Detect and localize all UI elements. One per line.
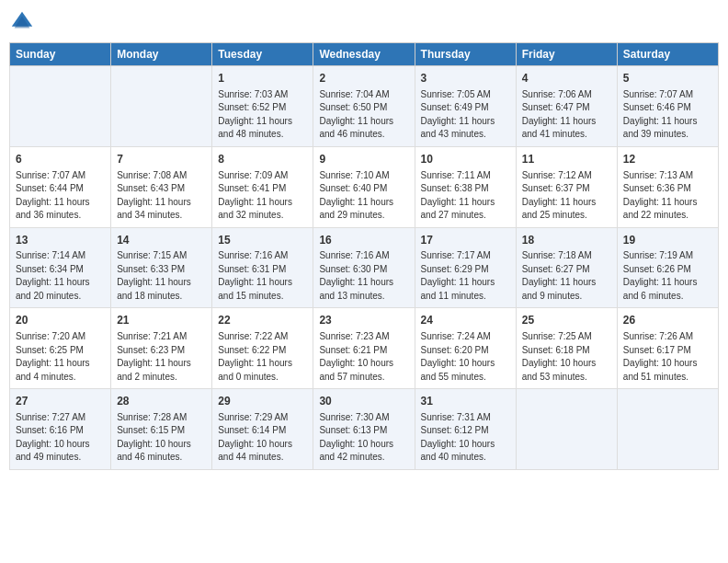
calendar-day-cell: 25Sunrise: 7:25 AM Sunset: 6:18 PM Dayli… — [516, 308, 617, 389]
day-number: 4 — [522, 71, 611, 86]
day-number: 20 — [16, 313, 105, 328]
day-info: Sunrise: 7:04 AM Sunset: 6:50 PM Dayligh… — [319, 88, 408, 142]
day-info: Sunrise: 7:21 AM Sunset: 6:23 PM Dayligh… — [117, 330, 206, 384]
day-number: 8 — [218, 152, 307, 167]
day-info: Sunrise: 7:06 AM Sunset: 6:47 PM Dayligh… — [522, 88, 611, 142]
day-info: Sunrise: 7:20 AM Sunset: 6:25 PM Dayligh… — [16, 330, 105, 384]
day-number: 7 — [117, 152, 206, 167]
calendar-day-cell — [516, 389, 617, 470]
day-info: Sunrise: 7:08 AM Sunset: 6:43 PM Dayligh… — [117, 169, 206, 223]
day-info: Sunrise: 7:07 AM Sunset: 6:46 PM Dayligh… — [623, 88, 712, 142]
calendar-day-cell: 22Sunrise: 7:22 AM Sunset: 6:22 PM Dayli… — [212, 308, 313, 389]
calendar-day-cell: 17Sunrise: 7:17 AM Sunset: 6:29 PM Dayli… — [415, 227, 516, 308]
day-info: Sunrise: 7:25 AM Sunset: 6:18 PM Dayligh… — [522, 330, 611, 384]
calendar-header-row: SundayMondayTuesdayWednesdayThursdayFrid… — [10, 43, 719, 66]
day-number: 12 — [623, 152, 712, 167]
day-number: 2 — [319, 71, 408, 86]
day-number: 30 — [319, 394, 408, 409]
calendar-day-cell: 4Sunrise: 7:06 AM Sunset: 6:47 PM Daylig… — [516, 66, 617, 147]
calendar-week-row: 1Sunrise: 7:03 AM Sunset: 6:52 PM Daylig… — [10, 66, 719, 147]
calendar-day-cell: 10Sunrise: 7:11 AM Sunset: 6:38 PM Dayli… — [415, 146, 516, 227]
day-info: Sunrise: 7:22 AM Sunset: 6:22 PM Dayligh… — [218, 330, 307, 384]
calendar-day-cell: 26Sunrise: 7:26 AM Sunset: 6:17 PM Dayli… — [617, 308, 718, 389]
day-of-week-header: Friday — [516, 43, 617, 66]
day-info: Sunrise: 7:13 AM Sunset: 6:36 PM Dayligh… — [623, 169, 712, 223]
day-info: Sunrise: 7:24 AM Sunset: 6:20 PM Dayligh… — [421, 330, 510, 384]
day-info: Sunrise: 7:26 AM Sunset: 6:17 PM Dayligh… — [623, 330, 712, 384]
day-number: 29 — [218, 394, 307, 409]
calendar-day-cell: 3Sunrise: 7:05 AM Sunset: 6:49 PM Daylig… — [415, 66, 516, 147]
calendar-day-cell — [617, 389, 718, 470]
day-of-week-header: Wednesday — [313, 43, 415, 66]
day-number: 1 — [218, 71, 307, 86]
calendar-week-row: 27Sunrise: 7:27 AM Sunset: 6:16 PM Dayli… — [10, 389, 719, 470]
day-number: 31 — [421, 394, 510, 409]
day-info: Sunrise: 7:05 AM Sunset: 6:49 PM Dayligh… — [421, 88, 510, 142]
day-of-week-header: Thursday — [415, 43, 516, 66]
calendar-day-cell: 20Sunrise: 7:20 AM Sunset: 6:25 PM Dayli… — [10, 308, 111, 389]
calendar-week-row: 20Sunrise: 7:20 AM Sunset: 6:25 PM Dayli… — [10, 308, 719, 389]
logo — [9, 9, 39, 35]
calendar-day-cell: 18Sunrise: 7:18 AM Sunset: 6:27 PM Dayli… — [516, 227, 617, 308]
calendar-day-cell: 15Sunrise: 7:16 AM Sunset: 6:31 PM Dayli… — [212, 227, 313, 308]
day-of-week-header: Tuesday — [212, 43, 313, 66]
calendar-day-cell — [111, 66, 212, 147]
day-number: 10 — [421, 152, 510, 167]
calendar-day-cell: 14Sunrise: 7:15 AM Sunset: 6:33 PM Dayli… — [111, 227, 212, 308]
day-info: Sunrise: 7:07 AM Sunset: 6:44 PM Dayligh… — [16, 169, 105, 223]
day-info: Sunrise: 7:19 AM Sunset: 6:26 PM Dayligh… — [623, 249, 712, 303]
day-number: 6 — [16, 152, 105, 167]
day-info: Sunrise: 7:28 AM Sunset: 6:15 PM Dayligh… — [117, 411, 206, 465]
day-info: Sunrise: 7:15 AM Sunset: 6:33 PM Dayligh… — [117, 249, 206, 303]
calendar-day-cell: 16Sunrise: 7:16 AM Sunset: 6:30 PM Dayli… — [313, 227, 415, 308]
calendar-day-cell: 21Sunrise: 7:21 AM Sunset: 6:23 PM Dayli… — [111, 308, 212, 389]
day-number: 18 — [522, 233, 611, 248]
calendar-day-cell: 9Sunrise: 7:10 AM Sunset: 6:40 PM Daylig… — [313, 146, 415, 227]
day-number: 17 — [421, 233, 510, 248]
day-number: 9 — [319, 152, 408, 167]
calendar-week-row: 6Sunrise: 7:07 AM Sunset: 6:44 PM Daylig… — [10, 146, 719, 227]
day-number: 14 — [117, 233, 206, 248]
calendar-day-cell: 7Sunrise: 7:08 AM Sunset: 6:43 PM Daylig… — [111, 146, 212, 227]
day-number: 27 — [16, 394, 105, 409]
day-info: Sunrise: 7:03 AM Sunset: 6:52 PM Dayligh… — [218, 88, 307, 142]
day-number: 25 — [522, 313, 611, 328]
day-info: Sunrise: 7:31 AM Sunset: 6:12 PM Dayligh… — [421, 411, 510, 465]
day-info: Sunrise: 7:09 AM Sunset: 6:41 PM Dayligh… — [218, 169, 307, 223]
calendar-day-cell: 5Sunrise: 7:07 AM Sunset: 6:46 PM Daylig… — [617, 66, 718, 147]
day-info: Sunrise: 7:10 AM Sunset: 6:40 PM Dayligh… — [319, 169, 408, 223]
calendar-day-cell: 13Sunrise: 7:14 AM Sunset: 6:34 PM Dayli… — [10, 227, 111, 308]
day-of-week-header: Saturday — [617, 43, 718, 66]
calendar-day-cell: 6Sunrise: 7:07 AM Sunset: 6:44 PM Daylig… — [10, 146, 111, 227]
day-info: Sunrise: 7:16 AM Sunset: 6:30 PM Dayligh… — [319, 249, 408, 303]
day-info: Sunrise: 7:27 AM Sunset: 6:16 PM Dayligh… — [16, 411, 105, 465]
calendar-day-cell: 12Sunrise: 7:13 AM Sunset: 6:36 PM Dayli… — [617, 146, 718, 227]
calendar-table: SundayMondayTuesdayWednesdayThursdayFrid… — [9, 42, 719, 470]
day-info: Sunrise: 7:29 AM Sunset: 6:14 PM Dayligh… — [218, 411, 307, 465]
day-number: 26 — [623, 313, 712, 328]
page-header — [9, 9, 719, 35]
day-of-week-header: Sunday — [10, 43, 111, 66]
calendar-day-cell: 2Sunrise: 7:04 AM Sunset: 6:50 PM Daylig… — [313, 66, 415, 147]
day-info: Sunrise: 7:14 AM Sunset: 6:34 PM Dayligh… — [16, 249, 105, 303]
day-number: 3 — [421, 71, 510, 86]
day-number: 24 — [421, 313, 510, 328]
calendar-day-cell: 31Sunrise: 7:31 AM Sunset: 6:12 PM Dayli… — [415, 389, 516, 470]
calendar-day-cell: 29Sunrise: 7:29 AM Sunset: 6:14 PM Dayli… — [212, 389, 313, 470]
day-of-week-header: Monday — [111, 43, 212, 66]
day-info: Sunrise: 7:23 AM Sunset: 6:21 PM Dayligh… — [319, 330, 408, 384]
calendar-day-cell: 19Sunrise: 7:19 AM Sunset: 6:26 PM Dayli… — [617, 227, 718, 308]
day-number: 28 — [117, 394, 206, 409]
day-number: 22 — [218, 313, 307, 328]
day-info: Sunrise: 7:18 AM Sunset: 6:27 PM Dayligh… — [522, 249, 611, 303]
day-number: 15 — [218, 233, 307, 248]
calendar-day-cell: 28Sunrise: 7:28 AM Sunset: 6:15 PM Dayli… — [111, 389, 212, 470]
day-number: 23 — [319, 313, 408, 328]
day-number: 5 — [623, 71, 712, 86]
calendar-day-cell: 8Sunrise: 7:09 AM Sunset: 6:41 PM Daylig… — [212, 146, 313, 227]
calendar-week-row: 13Sunrise: 7:14 AM Sunset: 6:34 PM Dayli… — [10, 227, 719, 308]
calendar-day-cell: 27Sunrise: 7:27 AM Sunset: 6:16 PM Dayli… — [10, 389, 111, 470]
calendar-day-cell: 24Sunrise: 7:24 AM Sunset: 6:20 PM Dayli… — [415, 308, 516, 389]
day-info: Sunrise: 7:12 AM Sunset: 6:37 PM Dayligh… — [522, 169, 611, 223]
day-info: Sunrise: 7:11 AM Sunset: 6:38 PM Dayligh… — [421, 169, 510, 223]
